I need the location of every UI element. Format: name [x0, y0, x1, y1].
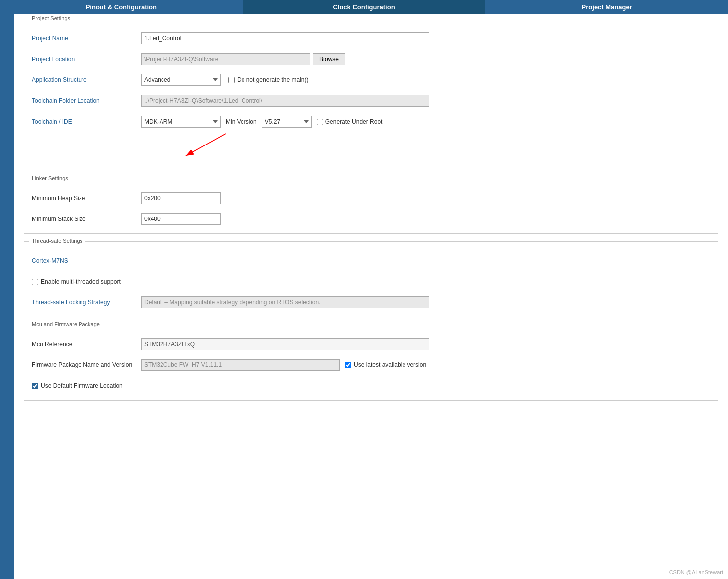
main-content: Project Settings Project Name Project Lo…: [14, 14, 728, 579]
fw-name-row: Firmware Package Name and Version STM32C…: [32, 358, 710, 372]
toolchain-ide-label: Toolchain / IDE: [32, 118, 141, 125]
mcu-firmware-title: Mcu and Firmware Package: [29, 321, 102, 327]
use-default-fw-checkbox[interactable]: [32, 383, 38, 389]
project-location-label: Project Location: [32, 56, 141, 63]
do-not-generate-checkbox[interactable]: [228, 77, 235, 83]
top-nav: Pinout & Configuration Clock Configurati…: [0, 0, 728, 14]
fw-name-label: Firmware Package Name and Version: [32, 362, 141, 368]
browse-button[interactable]: Browse: [313, 53, 345, 65]
project-settings-section: Project Settings Project Name Project Lo…: [24, 19, 718, 171]
locking-strategy-label: Thread-safe Locking Strategy: [32, 299, 141, 306]
enable-multithreaded-label[interactable]: Enable multi-threaded support: [32, 278, 121, 285]
use-default-fw-row: Use Default Firmware Location: [32, 379, 710, 393]
mcu-ref-row: Mcu Reference: [32, 337, 710, 351]
min-heap-input[interactable]: [141, 192, 221, 204]
toolchain-folder-label: Toolchain Folder Location: [32, 97, 141, 104]
locking-strategy-select[interactable]: Default – Mapping suitable strategy depe…: [141, 296, 429, 308]
use-default-fw-text: Use Default Firmware Location: [41, 382, 123, 389]
use-default-fw-label[interactable]: Use Default Firmware Location: [32, 382, 123, 389]
use-latest-label[interactable]: Use latest available version: [345, 362, 426, 368]
toolchain-ide-group: MDK-ARM EWARM STM32CubeIDE Makefile Min …: [141, 116, 382, 128]
min-heap-row: Minimum Heap Size: [32, 191, 710, 205]
project-name-row: Project Name: [32, 31, 710, 45]
mcu-firmware-section: Mcu and Firmware Package Mcu Reference F…: [24, 325, 718, 401]
do-not-generate-label: Do not generate the main(): [237, 76, 308, 83]
use-latest-text: Use latest available version: [354, 362, 426, 368]
min-stack-label: Minimum Stack Size: [32, 216, 141, 222]
toolchain-ide-row: Toolchain / IDE MDK-ARM EWARM STM32CubeI…: [32, 115, 710, 129]
arrow-annotation: [32, 129, 710, 163]
cortex-row: Cortex-M7NS: [32, 254, 710, 268]
app-structure-label: Application Structure: [32, 76, 141, 83]
enable-multithreaded-checkbox[interactable]: [32, 279, 38, 285]
do-not-generate-checkbox-label[interactable]: Do not generate the main(): [228, 76, 308, 83]
min-version-label: Min Version: [226, 118, 257, 125]
nav-pinout[interactable]: Pinout & Configuration: [0, 0, 243, 14]
fw-name-select[interactable]: STM32Cube FW_H7 V1.11.1: [141, 359, 340, 371]
min-stack-input[interactable]: [141, 213, 221, 225]
nav-clock[interactable]: Clock Configuration: [243, 0, 486, 14]
project-location-row: Project Location Browse: [32, 52, 710, 66]
arrow-svg: [146, 129, 295, 163]
cortex-label: Cortex-M7NS: [32, 257, 141, 264]
toolchain-folder-input[interactable]: [141, 95, 429, 107]
mcu-ref-input[interactable]: [141, 338, 429, 350]
toolchain-folder-row: Toolchain Folder Location: [32, 94, 710, 108]
sidebar: [0, 14, 14, 579]
linker-settings-title: Linker Settings: [29, 175, 71, 181]
app-structure-row: Application Structure Advanced Basic Do …: [32, 73, 710, 87]
min-heap-label: Minimum Heap Size: [32, 195, 141, 202]
app-structure-select[interactable]: Advanced Basic: [141, 74, 221, 86]
project-name-input[interactable]: [141, 32, 429, 44]
generate-under-root-label[interactable]: Generate Under Root: [317, 118, 383, 125]
project-settings-title: Project Settings: [29, 15, 73, 21]
thread-safe-section: Thread-safe Settings Cortex-M7NS Enable …: [24, 241, 718, 317]
watermark: CSDN @ALanStewart: [669, 569, 723, 575]
mcu-ref-label: Mcu Reference: [32, 341, 141, 348]
generate-under-root-text: Generate Under Root: [325, 118, 383, 125]
use-latest-checkbox[interactable]: [345, 362, 351, 368]
project-location-input[interactable]: [141, 53, 310, 65]
toolchain-ide-select[interactable]: MDK-ARM EWARM STM32CubeIDE Makefile: [141, 116, 221, 128]
enable-multithreaded-text: Enable multi-threaded support: [41, 278, 121, 285]
layout: Project Settings Project Name Project Lo…: [0, 14, 728, 579]
generate-under-root-checkbox[interactable]: [317, 119, 323, 125]
svg-line-1: [186, 134, 226, 156]
nav-project-manager[interactable]: Project Manager: [485, 0, 728, 14]
linker-settings-section: Linker Settings Minimum Heap Size Minimu…: [24, 179, 718, 234]
enable-multithreaded-row: Enable multi-threaded support: [32, 275, 710, 289]
min-version-select[interactable]: V5.27 V5.36 V5.37: [262, 116, 312, 128]
thread-safe-title: Thread-safe Settings: [29, 238, 85, 244]
min-stack-row: Minimum Stack Size: [32, 212, 710, 226]
locking-strategy-row: Thread-safe Locking Strategy Default – M…: [32, 295, 710, 309]
project-name-label: Project Name: [32, 35, 141, 42]
